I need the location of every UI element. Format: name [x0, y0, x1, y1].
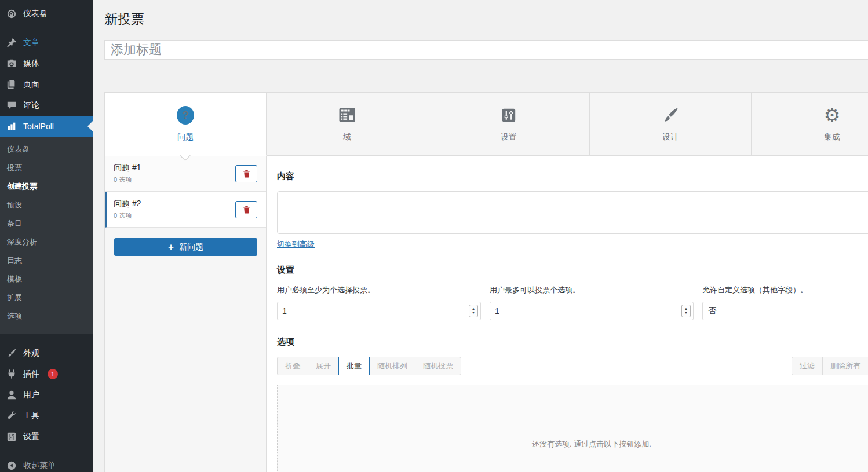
submenu-item-options[interactable]: 选项: [0, 307, 93, 325]
content-heading: 内容: [277, 171, 868, 182]
tab-label: 域: [343, 132, 351, 142]
media-icon: [6, 58, 17, 69]
tab-settings[interactable]: 设置: [428, 93, 590, 156]
sidebar-item-label: 设置: [23, 431, 39, 442]
question-list: 问题 #1 0 选项 问题 #2 0 选项: [105, 156, 267, 472]
trash-icon: [242, 169, 251, 178]
submenu-item-polls[interactable]: 投票: [0, 159, 93, 177]
sidebar-item-totalpoll[interactable]: TotalPoll: [0, 116, 93, 137]
brush-icon: [662, 106, 679, 125]
switch-to-advanced-link[interactable]: 切换到高级: [277, 239, 315, 250]
main-content: 新投票 ? 问题 域 设置 设计 ⚙ 集成: [93, 0, 868, 472]
sidebar-item-label: 收起菜单: [23, 460, 56, 471]
expand-all-button[interactable]: 展开: [308, 357, 339, 375]
custom-choices-label: 允许自定义选项（其他字段）。: [702, 285, 868, 295]
question-option-count: 0 选项: [114, 175, 141, 184]
sidebar-item-label: 仪表盘: [23, 9, 48, 19]
max-choices-field: 用户最多可以投票个选项。 ▲▼: [490, 285, 694, 320]
bulk-button[interactable]: 批量: [338, 357, 370, 375]
min-choices-input[interactable]: [277, 302, 481, 320]
submenu-item-presets[interactable]: 预设: [0, 196, 93, 214]
sidebar-item-settings[interactable]: 设置: [0, 426, 93, 447]
min-choices-label: 用户必须至少为个选择投票。: [277, 285, 481, 295]
shuffle-button[interactable]: 随机排列: [369, 357, 415, 375]
sidebar-item-dashboard[interactable]: 仪表盘: [0, 3, 93, 24]
submenu-item-log[interactable]: 日志: [0, 251, 93, 270]
number-spinner[interactable]: ▲▼: [681, 305, 691, 317]
submenu-item-create-poll[interactable]: 创建投票: [0, 177, 93, 196]
question-option-count: 0 选项: [114, 211, 141, 220]
tab-design[interactable]: 设计: [590, 93, 752, 156]
sidebar-item-pages[interactable]: 页面: [0, 74, 93, 95]
sidebar-item-comments[interactable]: 评论: [0, 95, 93, 116]
max-choices-input[interactable]: [490, 302, 694, 320]
poll-editor-tabs: ? 问题 域 设置 设计 ⚙ 集成: [104, 92, 868, 156]
selected-option: 否: [708, 306, 716, 316]
empty-options-message: 还没有选项. 通过点击以下按钮添加.: [532, 440, 651, 448]
submenu-item-entries[interactable]: 条目: [0, 214, 93, 233]
collapse-all-button[interactable]: 折叠: [277, 357, 308, 375]
sidebar-item-label: TotalPoll: [23, 122, 54, 131]
tab-label: 问题: [177, 132, 194, 142]
sidebar-item-label: 用户: [23, 390, 39, 400]
new-question-button[interactable]: + 新问题: [114, 238, 257, 256]
submenu-item-dashboard[interactable]: 仪表盘: [0, 140, 93, 159]
totalpoll-submenu: 仪表盘 投票 创建投票 预设 条目 深度分析 日志 模板 扩展 选项: [0, 137, 93, 334]
user-icon: [6, 389, 17, 401]
tab-fields[interactable]: 域: [267, 93, 428, 156]
options-toolbar-left: 折叠 展开 批量 随机排列 随机投票: [277, 357, 868, 375]
options-toolbar: 折叠 展开 批量 随机排列 随机投票 过滤 删除所有: [277, 357, 868, 375]
max-choices-label: 用户最多可以投票个选项。: [490, 285, 694, 295]
submenu-item-templates[interactable]: 模板: [0, 270, 93, 288]
sidebar-item-collapse-menu[interactable]: 收起菜单: [0, 455, 93, 472]
questions-panel: 问题 #1 0 选项 问题 #2 0 选项: [104, 156, 868, 472]
poll-title-input[interactable]: [104, 40, 868, 60]
trash-icon: [242, 205, 251, 214]
min-choices-field: 用户必须至少为个选择投票。 ▲▼: [277, 285, 481, 320]
sidebar-item-media[interactable]: 媒体: [0, 53, 93, 74]
question-title: 问题 #1: [114, 163, 141, 173]
new-question-label: 新问题: [179, 242, 203, 253]
delete-all-button[interactable]: 删除所有: [822, 357, 868, 375]
question-content-textarea[interactable]: [277, 191, 868, 234]
pages-icon: [6, 79, 17, 90]
options-toolbar-right: 过滤 删除所有: [792, 357, 868, 375]
delete-question-button[interactable]: [235, 165, 257, 182]
tab-questions[interactable]: ? 问题: [105, 93, 267, 156]
settings-heading: 设置: [277, 265, 868, 276]
sidebar-item-label: 文章: [23, 38, 39, 48]
question-list-item-2[interactable]: 问题 #2 0 选项: [105, 192, 266, 228]
submenu-item-insights[interactable]: 深度分析: [0, 233, 93, 251]
plugins-update-badge: 1: [48, 369, 58, 379]
gear-icon: ⚙: [824, 106, 841, 125]
delete-question-button[interactable]: [235, 201, 257, 218]
filter-button[interactable]: 过滤: [792, 357, 823, 375]
sliders-icon: [501, 106, 517, 125]
question-editor: 内容 切换到高级 设置 用户必须至少为个选择投票。 ▲▼ 用户最多可以投票个选项…: [267, 156, 868, 472]
question-list-item-1[interactable]: 问题 #1 0 选项: [105, 156, 266, 192]
bar-chart-icon: [6, 120, 17, 132]
sidebar-item-label: 外观: [23, 348, 39, 358]
sidebar-item-posts[interactable]: 文章: [0, 32, 93, 53]
sidebar-item-users[interactable]: 用户: [0, 385, 93, 405]
tab-label: 集成: [824, 132, 840, 142]
sidebar-item-appearance[interactable]: 外观: [0, 343, 93, 364]
current-item-arrow: [82, 121, 93, 131]
sidebar-item-tools[interactable]: 工具: [0, 405, 93, 426]
submenu-item-extensions[interactable]: 扩展: [0, 288, 93, 307]
sidebar-item-label: 评论: [23, 100, 39, 111]
number-spinner[interactable]: ▲▼: [469, 305, 478, 317]
custom-choices-field: 允许自定义选项（其他字段）。 否: [702, 285, 868, 320]
question-title: 问题 #2: [114, 199, 141, 209]
tab-integrations[interactable]: ⚙ 集成: [752, 93, 868, 156]
form-fields-icon: [338, 106, 356, 125]
options-heading: 选项: [277, 336, 868, 347]
custom-choices-select[interactable]: 否: [702, 302, 868, 320]
plus-icon: +: [168, 242, 174, 253]
tab-label: 设置: [501, 132, 517, 142]
random-vote-button[interactable]: 随机投票: [415, 357, 461, 375]
comments-icon: [6, 100, 17, 111]
sidebar-item-plugins[interactable]: 插件 1: [0, 364, 93, 385]
wrench-icon: [6, 410, 17, 422]
sliders-icon: [6, 431, 17, 442]
